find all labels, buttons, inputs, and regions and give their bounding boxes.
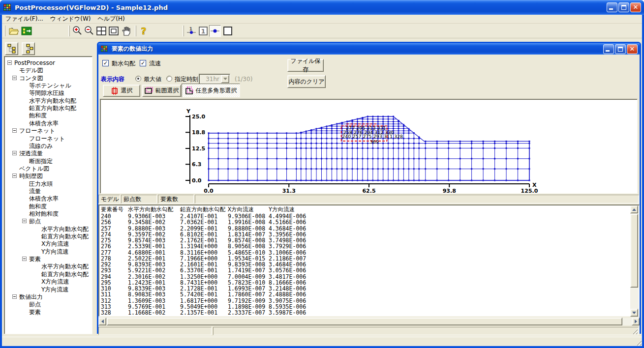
save-file-button[interactable]: ファイル保存 [287,59,324,72]
tree-item-label[interactable]: 鉛直方向動水勾配 [41,271,89,278]
tree-item-label[interactable]: モデル図 [19,67,43,74]
element-marker-icon [223,26,233,36]
tree-item-label[interactable]: 時刻歴図 [19,173,43,180]
help-button[interactable]: ? [138,25,150,37]
tree-collapse-icon[interactable] [12,128,17,133]
scroll-right-button[interactable] [632,318,640,325]
tree-item-label[interactable]: フローネット [29,135,65,143]
tree-collapse-icon[interactable] [12,174,17,178]
results-table[interactable]: 要素番号水平方向動水勾配鉛直方向動水勾配X方向流速Y方向流速2409.9306E… [98,204,640,317]
tree-collapse-icon[interactable] [22,257,27,261]
tree-item-label[interactable]: ベクトル図 [19,165,49,173]
flow-velocity-checkbox[interactable]: ✓ [140,60,146,66]
tree-item-label[interactable]: 水平方向動水勾配 [29,97,76,105]
tree-item-label[interactable]: 数値出力 [19,293,43,301]
svg-text:25.0: 25.0 [192,114,205,120]
pan-button[interactable] [120,25,132,37]
mesh-plot[interactable]: 0.06.312.518.825.00.031.362.593.8125.0YX… [100,99,638,194]
tree-item-label[interactable]: 要素 [29,256,41,263]
tree-item-label[interactable]: 流量 [29,188,41,195]
collapse-tree-button[interactable] [22,42,35,55]
tree-item-label[interactable]: 鉛直方向動水勾配 [29,105,76,112]
zoom-in-button[interactable] [71,25,83,37]
child-minimize-button[interactable] [603,44,614,54]
tree-collapse-icon[interactable] [12,76,17,80]
scroll-left-button[interactable] [98,318,106,325]
clear-contents-button[interactable]: 内容のクリア [287,75,326,88]
vertical-scroll-thumb[interactable] [630,214,638,288]
tree-item-label[interactable]: 要素 [29,309,41,316]
tree-item-label[interactable]: PostProcessor [14,59,55,67]
fit-view-button[interactable] [95,25,107,37]
tree-item-label[interactable]: 飽和度 [29,203,47,210]
max-value-radio[interactable] [135,76,141,82]
main-status-bar [2,337,642,346]
polygon-select-button[interactable]: 任意多角形選択 [182,84,240,97]
table-row: 3109.8339E-0032.1728E-0011.6993E-0073.21… [99,286,630,292]
resize-grip[interactable] [636,340,642,346]
range-select-icon [145,87,153,94]
specified-time-radio[interactable] [166,76,172,82]
svg-text:93.8: 93.8 [443,188,456,193]
import-model-button[interactable] [21,25,32,37]
zoom-window-button[interactable] [108,25,120,37]
tree-item-label[interactable]: 浸透流量 [19,150,43,157]
table-horizontal-scrollbar[interactable] [98,318,640,325]
tree-item-label[interactable]: X方向流速 [41,278,69,286]
time-select-dropdown-button[interactable] [221,75,229,83]
menu-item-0[interactable]: ファイル(F)... [2,14,47,24]
tree-item-label[interactable]: 水平方向動水勾配 [41,263,89,270]
tree-item-label[interactable]: 流線のみ [29,143,53,150]
menu-item-1[interactable]: ウィンドウ(W) [47,14,94,24]
child-maximize-button[interactable] [615,44,626,54]
tree-collapse-icon[interactable] [12,294,17,299]
scroll-down-button[interactable] [630,309,638,317]
element-number-display-button[interactable]: 1 [197,25,209,37]
element-display-button[interactable] [222,25,234,37]
tree-item-label[interactable]: Y方向流速 [41,248,68,256]
tree-item-label[interactable]: Y方向流速 [41,286,68,293]
tree-item-label[interactable]: コンタ図 [19,75,43,82]
expand-all-tree-button[interactable] [5,42,18,55]
mesh-plot-canvas: 0.06.312.518.825.00.031.362.593.8125.0YX… [100,99,637,193]
child-statusbar-left [98,327,212,335]
close-button[interactable]: ✕ [630,2,641,12]
node-number-display-button[interactable]: 1 [185,25,197,37]
table-cell: 2.3337E-007 [228,310,265,316]
tree-item-label[interactable]: 節点 [29,301,41,308]
table-vertical-scrollbar[interactable] [630,205,639,317]
minimize-button[interactable] [607,2,617,12]
menu-item-2[interactable]: ヘルプ(H) [94,14,128,24]
hydraulic-gradient-checkbox[interactable]: ✓ [102,60,109,66]
zoom-out-button[interactable] [83,25,95,37]
tree-item-label[interactable]: 体積含水率 [29,195,59,203]
tree-collapse-icon[interactable] [12,151,17,155]
tree-item-label[interactable]: フローネット [19,127,55,135]
tree-item-label[interactable]: 等間隙水圧線 [29,89,64,97]
resize-grip[interactable] [632,328,638,334]
horizontal-scroll-thumb[interactable] [107,318,622,325]
tree-collapse-icon[interactable] [22,219,27,223]
navigation-tree: PostProcessorモデル図コンタ図等ポテンシャル等間隙水圧線水平方向動水… [4,56,92,334]
tree-item-label[interactable]: 鉛直方向動水勾配 [41,233,89,240]
tree-item-label[interactable]: 相対飽和度 [29,210,59,218]
tree-item-label[interactable]: 水平方向動水勾配 [41,226,89,233]
select-button[interactable]: 選択 [103,85,140,97]
scroll-up-button[interactable] [630,205,638,213]
tree-item-label[interactable]: 体積含水率 [29,120,59,127]
open-folder-icon [8,26,19,36]
range-select-button[interactable]: 範囲選択 [142,85,181,97]
tree-collapse-icon[interactable] [7,60,12,65]
tree-item-label[interactable]: X方向流速 [41,240,69,248]
tree-item-label[interactable]: 節点 [29,218,41,225]
table-header-cell: 鉛直方向動水勾配 [180,206,225,213]
tree-item-label[interactable]: 断面指定 [29,158,53,165]
node-display-button[interactable] [209,25,221,37]
tree-item-label[interactable]: 圧力水頭 [29,180,53,188]
toolbar-separator [135,26,136,36]
maximize-button[interactable] [618,2,629,12]
open-file-button[interactable] [8,25,20,37]
tree-item-label[interactable]: 飽和度 [29,112,47,119]
tree-item-label[interactable]: 等ポテンシャル [29,82,71,89]
child-close-button[interactable]: ✕ [627,44,638,54]
